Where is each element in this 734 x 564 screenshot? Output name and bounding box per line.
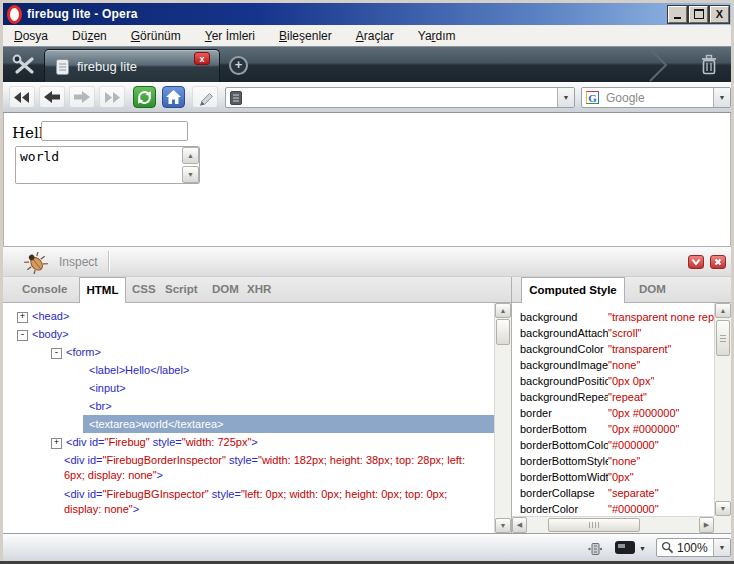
tree-row[interactable]: <div id="FirebugBorderInspector" style="… — [3, 451, 494, 485]
maximize-button[interactable] — [689, 6, 708, 23]
page-content: Hello world ▲ ▼ — [3, 113, 731, 246]
tab-css[interactable]: CSS — [132, 283, 156, 295]
menu-yardim[interactable]: Yardım — [418, 29, 456, 43]
collapser-icon[interactable]: - — [17, 330, 28, 341]
inspect-button[interactable]: Inspect — [59, 255, 98, 269]
images-toggle-button[interactable] — [615, 541, 635, 554]
firebug-close-button[interactable] — [710, 255, 726, 269]
computed-style-panel: background"transparent none repe backgro… — [512, 303, 731, 533]
window-title: firebug lite - Opera — [27, 7, 138, 21]
style-row: backgroundColor"transparent" — [512, 341, 714, 357]
html-tree-panel: +<head> -<body> -<form> <label>Hello</la… — [3, 303, 511, 533]
search-engine-dropdown-button[interactable]: ▼ — [713, 88, 730, 107]
panels-icon[interactable] — [588, 542, 602, 556]
tree-row[interactable]: +<head> — [3, 307, 494, 325]
tree-row[interactable]: <br> — [3, 397, 494, 415]
scrollbar-thumb[interactable] — [716, 320, 730, 356]
expander-icon[interactable]: + — [51, 438, 62, 449]
minimize-button[interactable] — [668, 6, 687, 23]
scroll-down-arrow[interactable]: ▼ — [182, 166, 199, 183]
scroll-up-arrow[interactable]: ▲ — [715, 303, 731, 318]
tree-row[interactable]: -<body> — [3, 325, 494, 343]
styles-vertical-scrollbar[interactable]: ▲ ▼ — [714, 303, 731, 516]
forward-button[interactable] — [69, 86, 95, 108]
reload-button[interactable] — [133, 86, 156, 108]
forward-arrow-icon — [73, 90, 91, 104]
menu-bilesenler[interactable]: Bileşenler — [279, 29, 332, 43]
world-textarea[interactable]: world ▲ ▼ — [15, 146, 200, 184]
tab-html[interactable]: HTML — [79, 277, 126, 303]
tab-computed-style[interactable]: Computed Style — [521, 277, 625, 303]
tab-edge-chevron — [648, 47, 670, 83]
tab-script[interactable]: Script — [165, 283, 198, 295]
firebug-toolbar: Inspect — [3, 246, 731, 277]
back-button[interactable] — [39, 86, 65, 108]
firebug-icon — [23, 252, 49, 274]
home-button[interactable] — [162, 86, 185, 108]
tab-firebug-lite[interactable]: firebug lite x — [44, 49, 220, 83]
menu-dosya[interactable]: Dosya — [14, 29, 48, 43]
minimize-icon — [674, 17, 681, 19]
tree-row[interactable]: <label>Hello</label> — [3, 361, 494, 379]
address-dropdown-button[interactable]: ▼ — [557, 88, 574, 107]
tree-vertical-scrollbar[interactable]: ▲ ▼ — [494, 303, 511, 533]
address-input[interactable] — [246, 89, 557, 106]
close-button[interactable]: X — [710, 6, 729, 23]
back-arrow-icon — [43, 90, 61, 104]
scroll-left-arrow[interactable]: ◀ — [512, 517, 527, 533]
fast-forward-icon — [103, 91, 121, 104]
html-tree: +<head> -<body> -<form> <label>Hello</la… — [3, 303, 494, 519]
tree-row[interactable]: <div id="FirebugBGInspector" style="left… — [3, 485, 494, 519]
collapser-icon[interactable]: - — [51, 348, 62, 359]
tab-close-button[interactable]: x — [194, 52, 210, 65]
scrollbar-thumb[interactable] — [496, 319, 510, 345]
wrench-icon — [9, 53, 39, 77]
panels-toggle-button[interactable] — [9, 53, 39, 77]
style-row: borderCollapse"separate" — [512, 485, 714, 501]
tab-xhr[interactable]: XHR — [247, 283, 271, 295]
menu-araclar[interactable]: Araçlar — [356, 29, 394, 43]
style-row: backgroundAttachment"scroll" — [512, 325, 714, 341]
scroll-right-arrow[interactable]: ▶ — [699, 517, 714, 533]
home-icon — [165, 89, 182, 105]
new-tab-button[interactable]: + — [229, 56, 248, 75]
style-row: backgroundPosition"0px 0px" — [512, 373, 714, 389]
style-row: background"transparent none repe — [512, 309, 714, 325]
closed-tabs-trash-button[interactable] — [699, 54, 721, 76]
tree-row-selected[interactable]: <textarea>world</textarea> — [83, 415, 494, 433]
tree-row[interactable]: <input> — [3, 379, 494, 397]
style-row: borderBottomStyle"none" — [512, 453, 714, 469]
note-button[interactable] — [192, 86, 218, 108]
scrollbar-thumb[interactable] — [548, 518, 640, 532]
opera-logo-icon[interactable] — [7, 5, 22, 24]
scroll-up-arrow[interactable]: ▲ — [182, 147, 199, 164]
hello-text-field[interactable] — [41, 121, 188, 141]
tree-row[interactable]: -<form> — [3, 343, 494, 361]
tree-row[interactable]: +<div id="Firebug" style="width: 725px"> — [3, 433, 494, 451]
menu-bar: Dosya Düzen Görünüm Yer İmleri Bileşenle… — [3, 25, 731, 46]
trash-icon — [699, 54, 719, 76]
firebug-minimize-button[interactable] — [688, 255, 704, 269]
textarea-scrollbar[interactable]: ▲ ▼ — [182, 147, 199, 183]
menu-duzen[interactable]: Düzen — [72, 29, 107, 43]
rewind-button[interactable] — [9, 86, 35, 108]
opera-window: firebug lite - Opera X Dosya Düzen Görün… — [0, 0, 734, 564]
zoom-control: 100% ▼ — [656, 538, 731, 557]
scroll-up-arrow[interactable]: ▲ — [495, 303, 511, 318]
styles-horizontal-scrollbar[interactable]: ◀ ▶ — [512, 516, 714, 533]
tab-console[interactable]: Console — [22, 283, 67, 295]
textarea-text: world — [20, 149, 59, 164]
menu-yer-imleri[interactable]: Yer İmleri — [205, 29, 255, 43]
menu-gorunum[interactable]: Görünüm — [131, 29, 181, 43]
rewind-icon — [13, 91, 31, 104]
tab-dom[interactable]: DOM — [212, 283, 239, 295]
scroll-down-arrow[interactable]: ▼ — [495, 518, 511, 533]
scroll-down-arrow[interactable]: ▼ — [715, 501, 731, 516]
images-dropdown-arrow[interactable]: ▼ — [639, 545, 646, 552]
search-input[interactable] — [604, 89, 713, 106]
style-row: borderBottomWidth"0px" — [512, 469, 714, 485]
zoom-dropdown-button[interactable]: ▼ — [713, 539, 730, 556]
fast-forward-button[interactable] — [99, 86, 125, 108]
tab-dom-right[interactable]: DOM — [639, 283, 666, 295]
expander-icon[interactable]: + — [17, 312, 28, 323]
